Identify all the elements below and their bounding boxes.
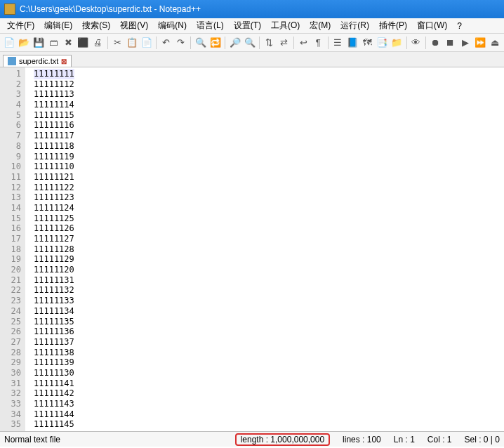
editor-line[interactable]: 11111117 [34,131,74,141]
editor-line[interactable]: 11111131 [34,275,74,286]
tab-superdic[interactable]: superdic.txt ⊠ [3,55,72,67]
doc-map-icon[interactable]: 🗺 [361,36,374,50]
editor-line[interactable]: 11111112 [34,79,74,90]
copy-icon[interactable]: 📋 [126,36,139,50]
record-icon[interactable]: ⏺ [429,36,442,50]
editor-line[interactable]: 11111133 [34,296,74,306]
sync-v-icon[interactable]: ⇅ [263,36,276,50]
editor-line[interactable]: 11111141 [34,378,74,389]
sync-h-icon[interactable]: ⇄ [277,36,291,50]
lang-icon[interactable]: 📘 [346,36,359,50]
line-number-gutter: 1234567891011121314151617181920212223242… [0,67,25,431]
toolbar-separator [425,37,426,49]
editor[interactable]: 1234567891011121314151617181920212223242… [0,67,504,431]
save-icon[interactable]: 💾 [32,36,46,50]
tab-close-icon[interactable]: ⊠ [61,58,67,65]
indent-guide-icon[interactable]: ☰ [331,36,345,50]
line-number: 21 [3,275,21,286]
menu-item-8[interactable]: 宏(M) [305,18,335,33]
statusbar: Normal text file length : 1,000,000,000 … [0,431,504,447]
editor-line[interactable]: 11111114 [34,100,74,110]
editor-line[interactable]: 11111115 [34,110,74,121]
replace-icon[interactable]: 🔁 [208,36,222,50]
menu-item-3[interactable]: 视图(V) [116,18,152,33]
editor-line[interactable]: 11111129 [34,254,74,265]
toolbar-separator [156,37,157,49]
editor-line[interactable]: 11111126 [34,223,74,234]
menu-item-0[interactable]: 文件(F) [3,18,39,33]
func-list-icon[interactable]: 📑 [376,36,389,50]
menu-item-4[interactable]: 编码(N) [154,18,191,33]
line-number: 29 [3,357,21,368]
editor-line[interactable]: 11111127 [34,234,74,244]
menu-item-1[interactable]: 编辑(E) [40,18,77,33]
cut-icon[interactable]: ✂ [111,36,124,50]
editor-line[interactable]: 11111124 [34,203,74,213]
editor-line[interactable]: 11111136 [34,327,74,337]
save-all-icon[interactable]: 🗃 [47,36,60,50]
menu-item-6[interactable]: 设置(T) [230,18,265,33]
editor-line[interactable]: 11111135 [34,317,74,327]
editor-line[interactable]: 11111119 [34,152,74,162]
new-file-icon[interactable]: 📄 [3,36,16,50]
line-number: 7 [3,131,21,141]
menu-item-2[interactable]: 搜索(S) [78,18,114,33]
paste-icon[interactable]: 📄 [140,36,154,50]
play-icon[interactable]: ▶ [458,36,472,50]
editor-line[interactable]: 11111128 [34,244,74,255]
undo-icon[interactable]: ↶ [159,36,173,50]
editor-content[interactable]: 1111111111111112111111131111111411111115… [25,67,74,431]
editor-line[interactable]: 11111121 [34,172,74,183]
editor-line[interactable]: 11111145 [34,419,74,430]
editor-line[interactable]: 11111132 [34,285,74,296]
line-number: 6 [3,120,21,131]
editor-line[interactable]: 11111138 [34,348,74,358]
find-icon[interactable]: 🔍 [194,36,207,50]
editor-line[interactable]: 11111122 [34,183,74,193]
play-multi-icon[interactable]: ⏩ [473,36,486,50]
editor-line[interactable]: 11111118 [34,141,74,152]
menu-item-12[interactable]: ? [453,20,466,32]
status-ln: Ln : 1 [394,435,415,444]
line-number: 12 [3,183,21,193]
editor-line[interactable]: 11111123 [34,192,74,203]
editor-line[interactable]: 11111137 [34,337,74,348]
folder-icon[interactable]: 📁 [390,36,404,50]
editor-line[interactable]: 11111111 [34,69,74,79]
monitor-icon[interactable]: 👁 [409,36,423,50]
menu-item-9[interactable]: 运行(R) [336,18,373,33]
stop-icon[interactable]: ⏹ [444,36,457,50]
editor-line[interactable]: 11111130 [34,368,74,378]
menu-item-5[interactable]: 语言(L) [192,18,228,33]
close-icon[interactable]: ✖ [62,36,75,50]
menu-item-11[interactable]: 窗口(W) [413,18,451,33]
menu-item-10[interactable]: 插件(P) [375,18,411,33]
editor-line[interactable]: 11111113 [34,89,74,100]
editor-line[interactable]: 11111144 [34,409,74,420]
line-number: 2 [3,79,21,90]
wrap-icon[interactable]: ↩ [297,36,310,50]
editor-line[interactable]: 11111142 [34,388,74,399]
menu-item-7[interactable]: 工具(O) [267,18,304,33]
redo-icon[interactable]: ↷ [174,36,187,50]
editor-line[interactable]: 11111120 [34,265,74,275]
editor-line[interactable]: 11111134 [34,306,74,317]
close-all-icon[interactable]: ⬛ [77,36,90,50]
save-macro-icon[interactable]: ⏏ [488,36,501,50]
zoom-out-icon[interactable]: 🔍 [243,36,256,50]
editor-line[interactable]: 11111125 [34,213,74,224]
toolbar-separator [190,37,191,49]
line-number: 33 [3,399,21,409]
print-icon[interactable]: 🖨 [91,36,105,50]
status-filetype: Normal text file [4,435,60,444]
show-all-icon[interactable]: ¶ [312,36,325,50]
editor-line[interactable]: 11111116 [34,120,74,131]
open-file-icon[interactable]: 📂 [18,36,31,50]
status-lines: lines : 100 [343,435,381,444]
line-number: 1 [3,69,21,79]
editor-line[interactable]: 11111139 [34,357,74,368]
editor-line[interactable]: 11111143 [34,399,74,409]
line-number: 10 [3,162,21,172]
editor-line[interactable]: 11111110 [34,162,74,172]
zoom-in-icon[interactable]: 🔎 [228,36,241,50]
